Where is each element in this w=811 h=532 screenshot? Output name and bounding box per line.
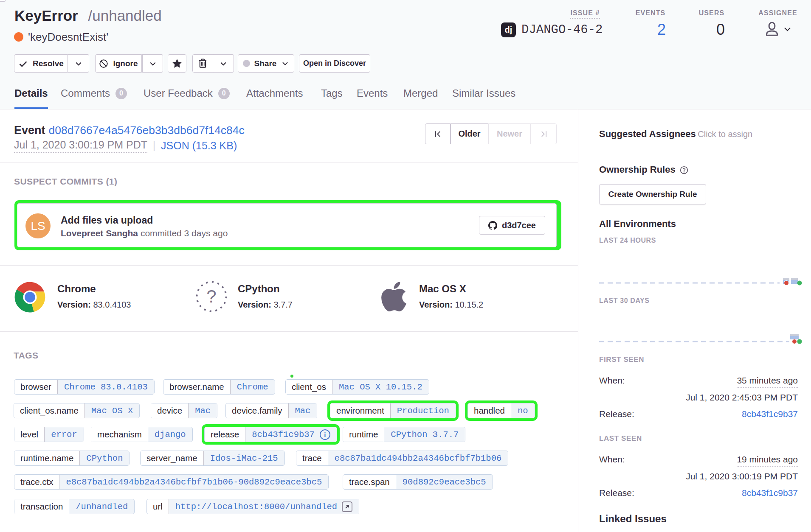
svg-text:?: ? (206, 286, 216, 306)
